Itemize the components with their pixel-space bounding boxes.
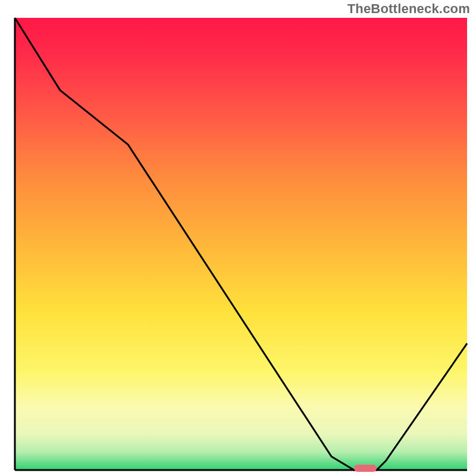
bottleneck-chart: TheBottleneck.com	[0, 0, 476, 476]
optimal-range-marker	[354, 465, 377, 472]
chart-svg	[0, 0, 476, 476]
gradient-background	[15, 18, 467, 470]
